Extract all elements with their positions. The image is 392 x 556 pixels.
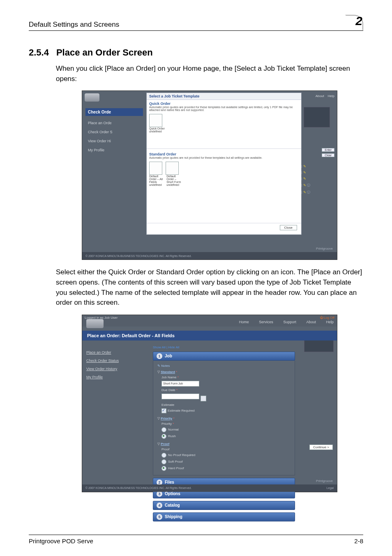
topnav-help[interactable]: Help bbox=[326, 320, 334, 324]
close-button[interactable]: Close bbox=[280, 225, 297, 230]
intro-paragraph-2: Select either the Quick Order or Standar… bbox=[56, 267, 363, 308]
page-banner: Check Orde bbox=[85, 108, 143, 116]
continue-button[interactable]: Continue > bbox=[309, 445, 333, 450]
running-header: Default Settings and Screens bbox=[29, 21, 119, 29]
logoff-link[interactable]: ⏻ Log Off bbox=[320, 316, 334, 320]
copyright-text: © 2007 KONICA MINOLTA BUSINESS TECHNOLOG… bbox=[85, 255, 191, 257]
nav-check-status[interactable]: Check Order S bbox=[82, 127, 146, 137]
nav-view-history[interactable]: View Order Hi bbox=[82, 137, 146, 146]
printgroove-logo: Printgroove bbox=[316, 247, 333, 250]
accordion-shipping[interactable]: 5Shipping bbox=[153, 512, 295, 521]
standard-template-2-label: Default Order – Short Form bbox=[166, 175, 181, 183]
accordion-catalog[interactable]: 4Catalog bbox=[153, 501, 295, 510]
chapter-number: 2 bbox=[355, 14, 362, 28]
operator-avatar bbox=[304, 107, 330, 127]
edit-row[interactable]: ▣ ✎ ⓘ bbox=[299, 183, 334, 188]
nav-view-history[interactable]: View Order History bbox=[86, 367, 152, 371]
footer-page-number: 2-8 bbox=[354, 537, 363, 544]
nav-check-status[interactable]: Check Order Status bbox=[86, 359, 152, 363]
estimate-heading: Estimate bbox=[161, 403, 291, 407]
standard-template-1-undef: undefined bbox=[149, 183, 162, 186]
proof-none-radio[interactable] bbox=[161, 453, 166, 458]
standard-template-2-undef: undefined bbox=[166, 183, 179, 186]
topnav-about[interactable]: About bbox=[316, 94, 324, 98]
proof-hard-label: Hard Proof bbox=[168, 466, 184, 470]
accordion-num-catalog: 4 bbox=[157, 503, 162, 508]
estimate-required-label: Estimate Required bbox=[168, 409, 195, 412]
clear-button[interactable]: Clear bbox=[322, 153, 334, 157]
priority-section[interactable]: Priority bbox=[161, 417, 172, 420]
topnav-support[interactable]: Support bbox=[283, 320, 296, 324]
section-title: Place an Order Screen bbox=[56, 47, 153, 58]
brand-logo bbox=[86, 319, 104, 328]
priority-rush-label: Rush bbox=[168, 434, 176, 438]
accordion-num-shipping: 5 bbox=[157, 514, 162, 520]
quick-order-undefined: undefined bbox=[149, 130, 162, 133]
proof-section[interactable]: Proof bbox=[161, 442, 169, 446]
estimate-required-checkbox[interactable] bbox=[161, 408, 166, 413]
hide-all-link[interactable]: Hide All bbox=[168, 345, 179, 349]
job-name-input[interactable]: Short Form Job bbox=[161, 381, 199, 387]
priority-rush-radio[interactable] bbox=[161, 434, 166, 439]
nav-place-order[interactable]: Place an Orde bbox=[82, 118, 146, 127]
section-number: 2.5.4 bbox=[29, 47, 49, 58]
nav-my-profile[interactable]: My Profile bbox=[82, 146, 146, 155]
topnav-about[interactable]: About bbox=[306, 320, 316, 324]
standard-order-desc: Automatic price quotes are not provided … bbox=[149, 156, 299, 159]
show-all-link[interactable]: Show All bbox=[153, 345, 166, 349]
edit-row[interactable]: ▣ ✎ bbox=[299, 171, 334, 174]
quick-order-template-label: Quick Order bbox=[149, 127, 165, 130]
proof-label: Proof bbox=[161, 447, 291, 451]
topnav-help[interactable]: Help bbox=[328, 94, 334, 98]
edit-row[interactable]: ▣ ✎ bbox=[299, 164, 334, 168]
intro-paragraph-1: When you click [Place an Order] on your … bbox=[56, 64, 363, 84]
screenshot-place-order: Logged in as Job User ⏻ Log Off Home Ser… bbox=[82, 315, 337, 492]
standard-order-heading: Standard Order bbox=[149, 152, 299, 156]
standard-template-1-label: Default Order – All Fields bbox=[149, 175, 163, 183]
screenshot-select-template: Check Orde Place an Orde Check Order S V… bbox=[82, 90, 337, 260]
legal-link[interactable]: Legal bbox=[327, 486, 334, 489]
proof-none-label: No Proof Required bbox=[168, 453, 195, 457]
printgroove-logo: Printgroove bbox=[316, 479, 333, 483]
job-name-label: Job Name * bbox=[161, 375, 291, 379]
chapter-ornament: 2 bbox=[344, 15, 363, 29]
standard-section[interactable]: Standard bbox=[161, 370, 175, 374]
accordion-job[interactable]: 1Job bbox=[153, 352, 295, 361]
priority-label: Priority * bbox=[161, 422, 291, 426]
priority-normal-radio[interactable] bbox=[161, 427, 166, 432]
due-date-input[interactable] bbox=[161, 394, 199, 399]
proof-soft-label: Soft Proof bbox=[168, 460, 183, 463]
dialog-title: Select a Job Ticket Template bbox=[147, 93, 301, 100]
quick-order-template-icon[interactable] bbox=[149, 114, 162, 127]
brand-logo bbox=[85, 93, 99, 102]
due-date-label: Due Date * bbox=[161, 388, 291, 392]
topnav-home[interactable]: Home bbox=[239, 320, 249, 324]
proof-hard-radio[interactable] bbox=[161, 466, 166, 471]
accordion-num-job: 1 bbox=[157, 353, 162, 359]
edit-row[interactable]: ▣ ✎ bbox=[299, 177, 334, 181]
priority-normal-label: Normal bbox=[168, 428, 179, 431]
standard-template-icon-1[interactable] bbox=[149, 162, 162, 175]
quick-order-desc: Automatic price quotes are provided for … bbox=[149, 106, 299, 111]
nav-my-profile[interactable]: My Profile bbox=[86, 375, 152, 379]
job-panel: ✎ Notes ▽ Standard * Job Name * Short Fo… bbox=[153, 361, 295, 475]
copyright-text: © 2007 KONICA MINOLTA BUSINESS TECHNOLOG… bbox=[85, 486, 191, 489]
proof-soft-radio[interactable] bbox=[161, 459, 166, 464]
calendar-icon[interactable] bbox=[201, 396, 206, 401]
enter-button[interactable]: Enter bbox=[322, 148, 334, 152]
footer-product: Printgroove POD Serve bbox=[29, 537, 93, 544]
select-template-dialog: Select a Job Ticket Template Quick Order… bbox=[146, 93, 302, 235]
quick-order-heading: Quick Order bbox=[149, 102, 299, 106]
standard-template-icon-2[interactable] bbox=[166, 162, 179, 175]
notes-link[interactable]: Notes bbox=[161, 364, 170, 368]
edit-row[interactable]: ▣ ✎ ⓘ bbox=[299, 190, 334, 195]
topnav-services[interactable]: Services bbox=[259, 320, 273, 324]
page-banner: Place an Order: Default Order - All Fiel… bbox=[82, 331, 337, 341]
nav-place-order[interactable]: Place an Order bbox=[86, 350, 152, 354]
